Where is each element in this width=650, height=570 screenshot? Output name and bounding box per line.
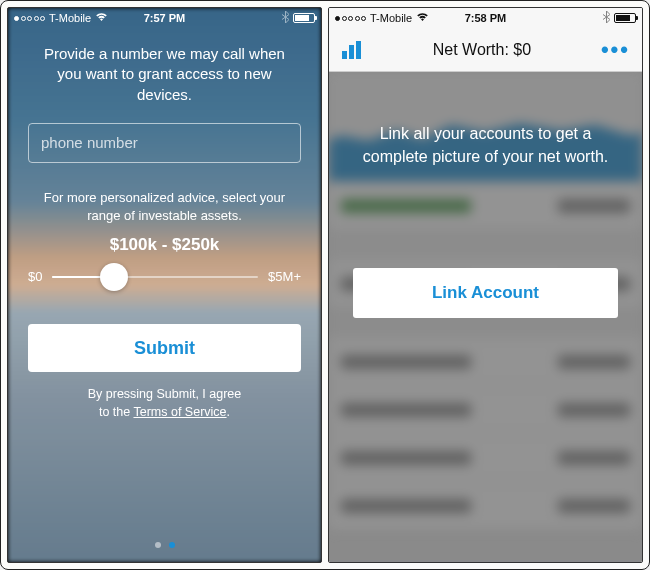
asset-slider[interactable] [52, 276, 258, 278]
signal-strength-icon [14, 16, 45, 21]
page-dot-2[interactable] [169, 542, 175, 548]
chart-bars-icon[interactable] [341, 41, 363, 59]
status-bar: T-Mobile 7:57 PM [8, 8, 321, 28]
net-worth-screen: T-Mobile 7:58 PM Net Worth: $0 ••• [328, 7, 643, 563]
nav-bar: Net Worth: $0 ••• [329, 28, 642, 72]
svg-rect-1 [349, 45, 354, 59]
slider-max-label: $5M+ [268, 269, 301, 284]
onboarding-screen: T-Mobile 7:57 PM Provide a number we may… [7, 7, 322, 563]
nav-title: Net Worth: $0 [433, 41, 531, 59]
battery-icon [614, 13, 636, 23]
svg-rect-0 [342, 51, 347, 59]
asset-range-value: $100k - $250k [28, 235, 301, 255]
bluetooth-icon [282, 11, 289, 25]
carrier-label: T-Mobile [49, 12, 91, 24]
signal-strength-icon [335, 16, 366, 21]
link-account-button[interactable]: Link Account [353, 268, 618, 318]
slider-min-label: $0 [28, 269, 42, 284]
more-menu-icon[interactable]: ••• [601, 37, 630, 63]
instruction-text: Provide a number we may call when you wa… [32, 44, 297, 105]
submit-button[interactable]: Submit [28, 324, 301, 372]
terms-of-service-link[interactable]: Terms of Service [133, 405, 226, 419]
phone-placeholder: phone number [41, 134, 138, 151]
overlay-message: Link all your accounts to get a complete… [353, 122, 618, 168]
wifi-icon [95, 12, 108, 24]
page-dot-1[interactable] [155, 542, 161, 548]
bluetooth-icon [603, 11, 610, 25]
phone-number-input[interactable]: phone number [28, 123, 301, 163]
battery-icon [293, 13, 315, 23]
carrier-label: T-Mobile [370, 12, 412, 24]
slider-thumb[interactable] [100, 263, 128, 291]
svg-rect-2 [356, 41, 361, 59]
status-bar: T-Mobile 7:58 PM [329, 8, 642, 28]
link-accounts-overlay: Link all your accounts to get a complete… [329, 72, 642, 562]
terms-text: By pressing Submit, I agree to the Terms… [28, 386, 301, 421]
wifi-icon [416, 12, 429, 24]
advice-text: For more personalized advice, select you… [32, 189, 297, 225]
page-indicator [28, 522, 301, 548]
